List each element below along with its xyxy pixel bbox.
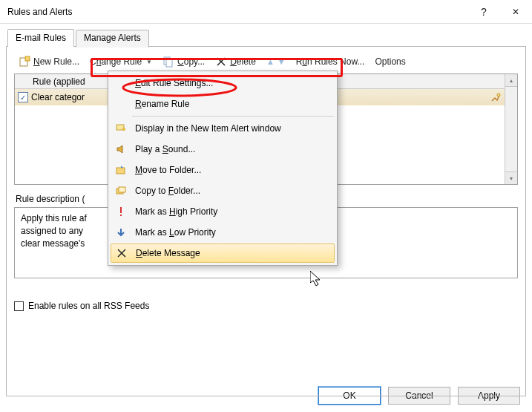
delete-x-icon [114, 249, 130, 258]
delete-button[interactable]: Delete [211, 54, 260, 69]
copy-button[interactable]: Copy... [158, 54, 209, 69]
menu-rename-rule[interactable]: Rename Rule [110, 94, 335, 114]
scroll-down-icon[interactable]: ▾ [505, 171, 517, 184]
rss-checkbox-row: Enable rules on all RSS Feeds [14, 301, 518, 311]
change-rule-button[interactable]: Change Rule ▼ [85, 55, 157, 68]
menu-separator [132, 116, 334, 117]
move-down-icon[interactable]: ▼ [278, 57, 286, 66]
row-name: Clear categor [31, 92, 85, 102]
change-rule-menu: Edit Rule Settings... Rename Rule Displa… [108, 71, 338, 266]
move-up-down: ▲ ▼ [262, 57, 290, 66]
run-rules-now-button[interactable]: Run Rules Now... [292, 55, 370, 68]
tab-email-rules[interactable]: E-mail Rules [7, 29, 74, 47]
delete-x-icon [215, 56, 227, 68]
svg-point-6 [497, 94, 500, 97]
new-rule-icon [19, 56, 30, 68]
sound-icon [113, 143, 129, 155]
move-up-icon[interactable]: ▲ [266, 57, 275, 66]
menu-delete-message[interactable]: Delete Message [111, 243, 335, 263]
move-folder-icon [113, 164, 129, 176]
rules-toolbar: New Rule... Change Rule ▼ Copy... Delete… [14, 53, 518, 71]
action-icon [490, 91, 502, 103]
menu-copy-folder[interactable]: Copy to Folder... [110, 180, 335, 201]
menu-move-folder[interactable]: Move to Folder... [110, 160, 335, 180]
scroll-up-icon[interactable]: ▴ [505, 74, 517, 87]
options-button[interactable]: Options [370, 55, 410, 68]
high-priority-icon [113, 206, 129, 218]
help-button[interactable]: ? [469, 0, 499, 24]
menu-play-sound[interactable]: Play a Sound... [110, 139, 335, 160]
alert-star-icon [113, 122, 129, 134]
svg-rect-1 [25, 56, 30, 61]
rss-checkbox[interactable] [14, 301, 24, 311]
menu-mark-low[interactable]: Mark as Low Priority [110, 222, 335, 243]
window-title: Rules and Alerts [7, 7, 469, 17]
chevron-down-icon: ▼ [146, 59, 152, 65]
svg-rect-10 [116, 168, 125, 174]
low-priority-icon [113, 226, 129, 238]
menu-display-alert[interactable]: Display in the New Item Alert window [110, 118, 335, 139]
svg-rect-3 [166, 59, 172, 67]
titlebar: Rules and Alerts ? ✕ [0, 0, 532, 24]
table-scrollbar[interactable]: ▴ ▾ [505, 74, 517, 184]
menu-mark-high[interactable]: Mark as High Priority [110, 201, 335, 222]
tab-manage-alerts[interactable]: Manage Alerts [76, 30, 149, 48]
row-checkbox[interactable]: ✓ [18, 92, 28, 102]
close-button[interactable]: ✕ [499, 0, 532, 24]
svg-rect-13 [120, 207, 122, 213]
new-rule-button[interactable]: New Rule... [14, 54, 84, 69]
svg-rect-12 [119, 187, 125, 192]
copy-folder-icon [113, 185, 129, 197]
tab-strip: E-mail Rules Manage Alerts [7, 28, 532, 46]
copy-icon [162, 56, 174, 68]
rss-label: Enable rules on all RSS Feeds [28, 301, 149, 311]
svg-rect-14 [120, 215, 122, 216]
svg-marker-9 [117, 145, 122, 153]
menu-edit-rule-settings[interactable]: Edit Rule Settings... [110, 73, 335, 94]
